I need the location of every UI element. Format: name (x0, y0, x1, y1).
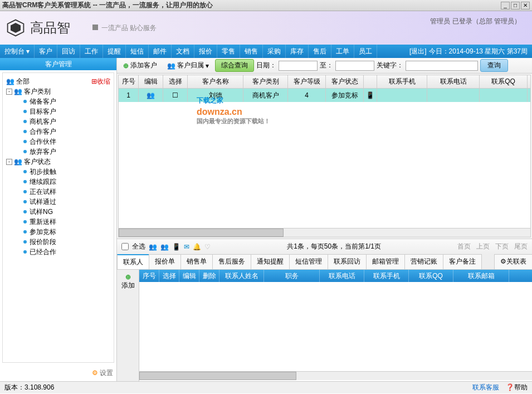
column-header[interactable]: 联系QQ (409, 270, 453, 282)
column-header[interactable]: 序号 (119, 75, 139, 88)
column-header[interactable]: 联系人姓名 (219, 270, 264, 282)
column-header[interactable]: 客户类别 (243, 75, 288, 88)
related-table-button[interactable]: ⚙关联表 (494, 254, 532, 269)
close-button[interactable]: ✕ (521, 2, 530, 9)
menu-item[interactable]: 采购 (263, 45, 286, 58)
tab[interactable]: 营销记账 (404, 254, 443, 269)
pager-link[interactable]: 尾页 (514, 242, 528, 251)
tree-item[interactable]: 重新送样 (6, 217, 110, 227)
tree-item[interactable]: 初步接触 (6, 167, 110, 177)
search-button[interactable]: 查询 (480, 59, 508, 72)
tree-group-status[interactable]: - 👥 客户状态 (6, 157, 110, 167)
menu-item[interactable]: 销售 (240, 45, 263, 58)
tree-item[interactable]: 参加竞标 (6, 227, 110, 237)
menu-item[interactable]: 提醒 (103, 45, 126, 58)
cell[interactable]: ☐ (163, 89, 188, 102)
tree-group-category[interactable]: - 👥 客户类别 (6, 86, 110, 96)
column-header[interactable]: 联系手机 (364, 270, 409, 282)
users-icon[interactable]: 👥 (149, 243, 157, 251)
tab[interactable]: 邮箱管理 (366, 254, 405, 269)
column-header[interactable]: 联系电话 (320, 270, 364, 282)
menu-item[interactable]: 库存 (286, 45, 309, 58)
selectall-checkbox[interactable] (121, 243, 129, 250)
keyword-input[interactable] (406, 61, 478, 71)
tree-item[interactable]: 目标客户 (6, 106, 110, 116)
table-row[interactable]: 1👥☐刘德商机客户4参加竞标📱 (119, 89, 530, 102)
menu-item[interactable]: 员工 (354, 45, 377, 58)
tree-item[interactable]: 放弃客户 (6, 147, 110, 157)
column-header[interactable]: 联系电话 (427, 75, 480, 88)
heart-icon[interactable]: ♡ (204, 243, 211, 251)
menu-item[interactable]: 文档 (172, 45, 194, 58)
column-header[interactable]: 编辑 (139, 75, 163, 88)
collapse-link[interactable]: ⊞收缩 (91, 77, 110, 86)
phone-icon[interactable]: 📱 (172, 243, 180, 251)
add-customer-button[interactable]: ⊕添加客户 (119, 59, 161, 72)
column-header[interactable]: 联系手机 (377, 75, 427, 88)
tab[interactable]: 通知提醒 (251, 254, 290, 269)
tree-item[interactable]: 已经合作 (6, 247, 110, 257)
sub-add-button[interactable]: ⊕ 添加 (117, 270, 139, 381)
bell-icon[interactable]: 🔔 (193, 243, 201, 251)
column-header[interactable]: 客户状态 (326, 75, 364, 88)
tree-toggle-icon[interactable]: - (6, 159, 12, 165)
tree-item[interactable]: 继续跟踪 (6, 177, 110, 187)
pager-link[interactable]: 下页 (495, 242, 509, 251)
column-header[interactable] (364, 75, 377, 88)
menu-item[interactable]: 工单 (331, 45, 354, 58)
menu-item[interactable]: 零售 (217, 45, 240, 58)
query-button[interactable]: 综合查询 (215, 59, 254, 72)
users-icon[interactable]: 👥 (160, 243, 169, 251)
tree-item[interactable]: 商机客户 (6, 116, 110, 127)
date-from-input[interactable] (279, 61, 318, 71)
scrollbar-horizontal[interactable] (139, 371, 532, 380)
tree-item[interactable]: 报价阶段 (6, 237, 110, 247)
column-header[interactable]: 序号 (139, 270, 159, 282)
logout-link[interactable]: [退出] (409, 47, 427, 56)
tree-item[interactable]: 试样NG (6, 207, 110, 217)
menu-item[interactable]: 短信 (126, 45, 149, 58)
tree-item[interactable]: 合作伙伴 (6, 137, 110, 147)
tree-item[interactable]: 试样通过 (6, 197, 110, 207)
column-header[interactable]: 选择 (163, 75, 188, 88)
tree-item[interactable]: 正在试样 (6, 187, 110, 197)
tab[interactable]: 联系人 (117, 254, 149, 269)
tree-item[interactable]: 储备客户 (6, 96, 110, 106)
tab[interactable]: 销售单 (180, 254, 213, 269)
tab[interactable]: 报价单 (149, 254, 181, 269)
column-header[interactable]: 联系邮箱 (453, 270, 509, 282)
column-header[interactable]: 编辑 (179, 270, 199, 282)
pager-link[interactable]: 上页 (476, 242, 490, 251)
sidebar-settings[interactable]: ⚙ 设置 (0, 365, 116, 381)
menu-item[interactable]: 邮件 (149, 45, 172, 58)
minimize-button[interactable]: _ (501, 2, 510, 9)
help-link[interactable]: ❓帮助 (506, 383, 528, 392)
menu-item[interactable]: 售后 (309, 45, 331, 58)
column-header[interactable]: 职务 (264, 270, 320, 282)
mail-icon[interactable]: ✉ (184, 243, 189, 251)
menu-item[interactable]: 回访 (57, 45, 80, 58)
service-link[interactable]: 联系客服 (472, 383, 499, 392)
tree-toggle-icon[interactable]: - (6, 89, 12, 95)
tab[interactable]: 客户备注 (443, 254, 482, 269)
column-header[interactable]: 删除 (199, 270, 219, 282)
menu-item[interactable]: 客户 (35, 45, 57, 58)
date-to-input[interactable] (335, 61, 374, 71)
column-header[interactable]: 选择 (159, 270, 179, 282)
scrollbar-horizontal[interactable] (119, 228, 530, 237)
maximize-button[interactable]: □ (511, 2, 520, 9)
cell[interactable]: 👥 (139, 89, 163, 102)
customer-belong-button[interactable]: 👥客户归属▾ (163, 59, 213, 72)
column-header[interactable]: 客户名称 (188, 75, 243, 88)
menu-item[interactable]: 工作 (80, 45, 103, 58)
tree-root[interactable]: 👥 全部 ⊞收缩 (6, 76, 110, 86)
column-header[interactable]: 客户等级 (288, 75, 326, 88)
tab[interactable]: 联系回访 (328, 254, 367, 269)
tree-item[interactable]: 合作客户 (6, 127, 110, 137)
menu-item[interactable]: 控制台 ▾ (0, 45, 35, 58)
tab[interactable]: 售后服务 (212, 254, 251, 269)
column-header[interactable]: 联系QQ (480, 75, 528, 88)
tab[interactable]: 短信管理 (289, 254, 328, 269)
menu-item[interactable]: 报价 (194, 45, 217, 58)
pager-link[interactable]: 首页 (457, 242, 471, 251)
